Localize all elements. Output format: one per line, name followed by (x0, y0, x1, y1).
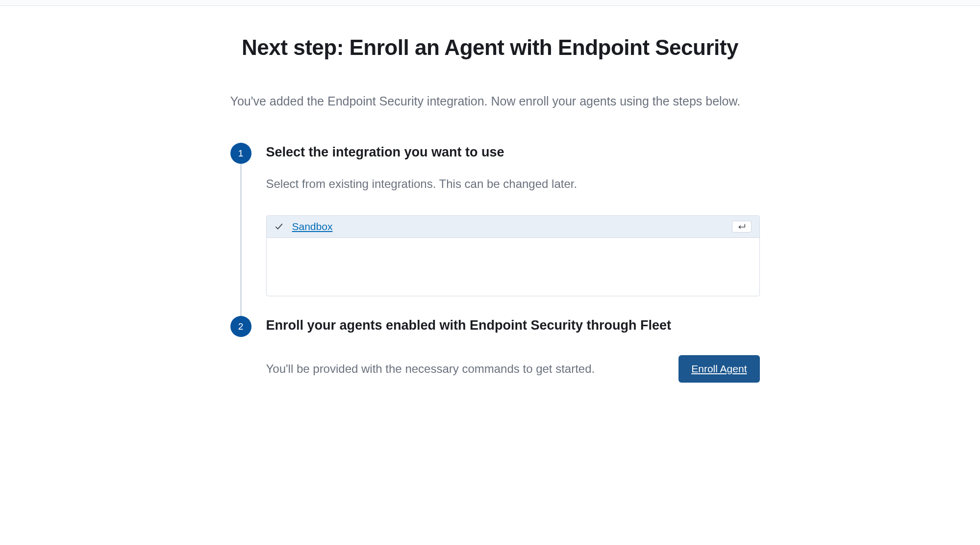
step-1-description: Select from existing integrations. This … (266, 177, 760, 191)
step-2-row: You'll be provided with the necessary co… (266, 355, 760, 383)
top-border (0, 0, 980, 6)
step-2: 2 Enroll your agents enabled with Endpoi… (230, 316, 760, 383)
step-1: 1 Select the integration you want to use… (230, 143, 760, 316)
step-2-title: Enroll your agents enabled with Endpoint… (266, 318, 760, 333)
steps-list: 1 Select the integration you want to use… (221, 143, 760, 383)
enroll-agent-button[interactable]: Enroll Agent (678, 355, 759, 383)
step-1-title: Select the integration you want to use (266, 145, 760, 160)
combobox-option-left: Sandbox (275, 221, 333, 233)
step-2-marker: 2 (230, 316, 251, 337)
step-2-description: You'll be provided with the necessary co… (266, 362, 595, 376)
page-title: Next step: Enroll an Agent with Endpoint… (196, 35, 784, 60)
integration-combobox[interactable]: Sandbox (266, 215, 760, 296)
combobox-option-label[interactable]: Sandbox (292, 221, 333, 233)
step-connector (240, 164, 242, 336)
check-icon (275, 222, 283, 231)
main-container: Next step: Enroll an Agent with Endpoint… (176, 6, 804, 412)
page-subtitle: You've added the Endpoint Security integ… (221, 94, 760, 108)
step-2-content: Enroll your agents enabled with Endpoint… (251, 316, 760, 383)
return-icon (737, 223, 746, 230)
combobox-option-sandbox[interactable]: Sandbox (267, 216, 759, 238)
step-1-content: Select the integration you want to use S… (251, 143, 760, 316)
step-1-marker: 1 (230, 143, 251, 164)
return-key-badge (732, 221, 752, 233)
